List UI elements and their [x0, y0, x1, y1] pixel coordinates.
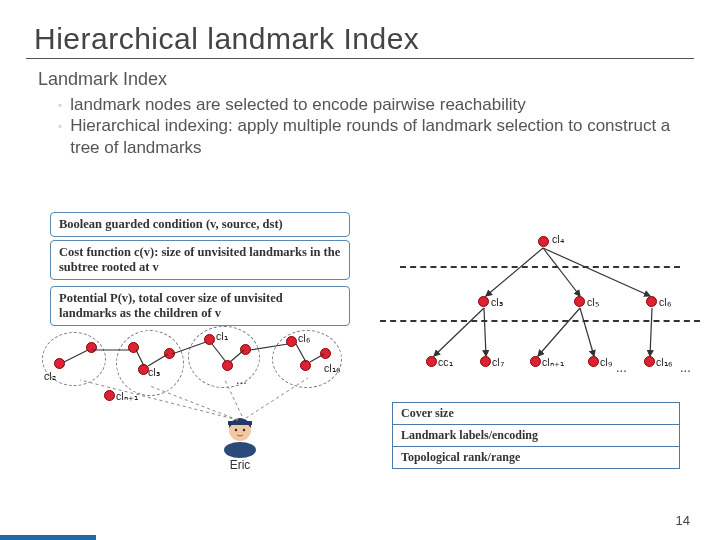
svg-line-6 [543, 248, 580, 296]
tree-level-divider-2 [380, 320, 700, 322]
label-cl9: cl₉ [600, 356, 612, 368]
node-cl2 [54, 358, 65, 369]
svg-line-5 [486, 248, 543, 296]
svg-point-0 [224, 442, 256, 458]
label-cl3-l: cl₃ [148, 366, 160, 378]
node-cc1 [426, 356, 437, 367]
label-cl16-r: cl₁₆ [656, 356, 672, 368]
node-cln1-l [104, 390, 115, 401]
node-cl6-l [286, 336, 297, 347]
node-cl3-r [478, 296, 489, 307]
label-cl1: cl₁ [216, 330, 228, 342]
table-row: Topological rank/range [393, 447, 679, 468]
node-cl6-r [646, 296, 657, 307]
svg-rect-2 [228, 421, 252, 425]
table-row: Landmark labels/encoding [393, 425, 679, 447]
cluster-ring-2 [116, 330, 184, 396]
label-cl4: cl₄ [552, 233, 564, 245]
node-a1 [86, 342, 97, 353]
label-cl5: cl₅ [587, 296, 599, 308]
bullet-2: ◦Hierarchical indexing: apply multiple r… [58, 115, 694, 158]
node-a2 [128, 342, 139, 353]
dots-l: ... [236, 372, 247, 387]
svg-line-8 [434, 308, 484, 356]
label-cl6-l: cl₆ [298, 332, 310, 344]
box-potential: Potential P(v), total cover size of unvi… [50, 286, 350, 326]
person-icon [218, 410, 262, 458]
label-cln1-l: clₙ₊₁ [116, 390, 138, 402]
table-row: Cover size [393, 403, 679, 425]
node-cl5 [574, 296, 585, 307]
node-a3 [164, 348, 175, 359]
eric-avatar: Eric [218, 410, 262, 472]
svg-line-9 [484, 308, 486, 356]
svg-line-11 [580, 308, 594, 356]
box-cost: Cost function c(v): size of unvisited la… [50, 240, 350, 280]
node-cl7 [480, 356, 491, 367]
svg-line-7 [543, 248, 650, 296]
svg-point-3 [235, 429, 238, 432]
label-cl3-r: cl₃ [491, 296, 503, 308]
page-number: 14 [676, 513, 690, 528]
label-cc1: cc₁ [438, 356, 453, 368]
eric-label: Eric [218, 458, 262, 472]
dots-r2: ... [680, 360, 691, 375]
label-cln1-r: clₙ₊₁ [542, 356, 564, 368]
subheading: Landmark Index [26, 69, 694, 90]
node-a5 [240, 344, 251, 355]
box-condition: Boolean guarded condition (v, source, ds… [50, 212, 350, 237]
svg-line-12 [650, 308, 652, 356]
node-cl4 [538, 236, 549, 247]
tree-level-divider-1 [400, 266, 680, 268]
node-a4 [222, 360, 233, 371]
label-cl6-r: cl₆ [659, 296, 671, 308]
svg-line-10 [538, 308, 580, 356]
label-cl7: cl₇ [492, 356, 504, 368]
accent-bar [0, 535, 96, 540]
bullet-1: ◦landmark nodes are selected to encode p… [58, 94, 694, 115]
svg-point-4 [243, 429, 246, 432]
node-cl1 [204, 334, 215, 345]
bullet-1-text: landmark nodes are selected to encode pa… [70, 94, 525, 115]
node-cl16-l [320, 348, 331, 359]
node-cl9 [588, 356, 599, 367]
label-cl2: cl₂ [44, 370, 56, 382]
slide-title: Hierarchical landmark Index [26, 22, 694, 59]
node-cln1-r [530, 356, 541, 367]
node-cl16-r [644, 356, 655, 367]
label-cl16-l: cl₁₆ [324, 362, 340, 374]
dots-r1: ... [616, 360, 627, 375]
node-a6 [300, 360, 311, 371]
properties-table: Cover size Landmark labels/encoding Topo… [392, 402, 680, 469]
bullet-2-text: Hierarchical indexing: apply multiple ro… [70, 115, 694, 158]
